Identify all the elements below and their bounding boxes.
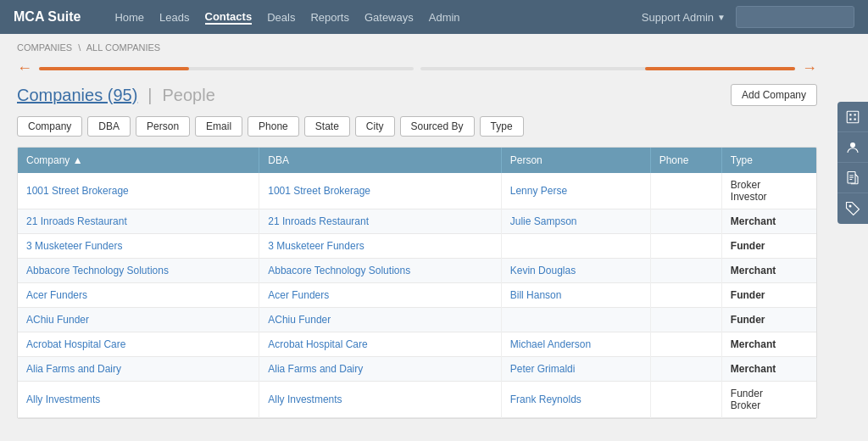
nav-contacts[interactable]: Contacts bbox=[205, 10, 253, 25]
filter-dba[interactable]: DBA bbox=[87, 116, 131, 137]
dba-name[interactable]: 1001 Street Brokerage bbox=[259, 173, 502, 209]
person-name[interactable]: Kevin Douglas bbox=[501, 259, 650, 283]
nav-reports[interactable]: Reports bbox=[310, 11, 349, 24]
breadcrumb-current[interactable]: ALL COMPANIES bbox=[86, 42, 160, 53]
nav-gateways[interactable]: Gateways bbox=[364, 11, 414, 24]
title-row: Companies (95) | People Add Company bbox=[17, 84, 817, 106]
dba-name[interactable]: Acer Funders bbox=[259, 283, 502, 308]
people-tab[interactable]: People bbox=[163, 86, 215, 105]
support-admin-menu[interactable]: Support Admin ▼ bbox=[642, 11, 726, 24]
sidebar-document-icon[interactable] bbox=[837, 163, 868, 193]
type-label: Funder bbox=[721, 308, 816, 332]
table-row: 1001 Street Brokerage 1001 Street Broker… bbox=[18, 173, 816, 209]
sidebar-tag-icon[interactable] bbox=[837, 193, 868, 224]
nav-home[interactable]: Home bbox=[114, 11, 144, 24]
caret-icon: ▼ bbox=[717, 13, 726, 22]
scroll-track-right bbox=[420, 67, 795, 70]
breadcrumb-separator: \ bbox=[78, 42, 81, 53]
type-label: BrokerInvestor bbox=[721, 173, 816, 209]
type-label: Funder bbox=[721, 283, 816, 308]
nav-deals[interactable]: Deals bbox=[267, 11, 295, 24]
main-area: COMPANIES \ ALL COMPANIES ← → Companies … bbox=[0, 34, 868, 419]
company-name[interactable]: Alia Farms and Dairy bbox=[18, 357, 259, 382]
col-type[interactable]: Type bbox=[721, 148, 816, 173]
company-name[interactable]: Acer Funders bbox=[18, 283, 259, 308]
phone-number bbox=[650, 357, 721, 382]
sidebar-person-icon[interactable] bbox=[837, 132, 868, 163]
scroll-indicator: ← → bbox=[17, 59, 817, 77]
phone-number bbox=[650, 234, 721, 259]
person-name[interactable]: Lenny Perse bbox=[501, 173, 650, 209]
table-row: 21 Inroads Restaurant 21 Inroads Restaur… bbox=[18, 209, 816, 234]
dba-name[interactable]: Abbacore Technology Solutions bbox=[259, 259, 502, 283]
nav-links: Home Leads Contacts Deals Reports Gatewa… bbox=[114, 10, 641, 25]
table-row: Abbacore Technology Solutions Abbacore T… bbox=[18, 259, 816, 283]
person-name[interactable] bbox=[501, 234, 650, 259]
nav-leads[interactable]: Leads bbox=[159, 11, 189, 24]
right-sidebar bbox=[837, 102, 868, 224]
scroll-right-arrow[interactable]: → bbox=[802, 59, 817, 77]
filter-state[interactable]: State bbox=[304, 116, 350, 137]
main-content: COMPANIES \ ALL COMPANIES ← → Companies … bbox=[17, 42, 817, 419]
svg-point-5 bbox=[850, 142, 855, 148]
breadcrumb-parent[interactable]: COMPANIES bbox=[17, 42, 72, 53]
company-name[interactable]: AChiu Funder bbox=[18, 308, 259, 332]
filter-email[interactable]: Email bbox=[195, 116, 242, 137]
person-name[interactable]: Peter Grimaldi bbox=[501, 357, 650, 382]
dba-name[interactable]: Acrobat Hospital Care bbox=[259, 332, 502, 357]
table-header-row: Company ▲ DBA Person Phone Type bbox=[18, 148, 816, 173]
companies-table-container: Company ▲ DBA Person Phone Type 1001 Str… bbox=[17, 147, 817, 419]
company-name[interactable]: 21 Inroads Restaurant bbox=[18, 209, 259, 234]
col-phone[interactable]: Phone bbox=[650, 148, 721, 173]
svg-rect-1 bbox=[849, 114, 851, 115]
person-name[interactable]: Julie Sampson bbox=[501, 209, 650, 234]
sidebar-building-icon[interactable] bbox=[837, 102, 868, 132]
person-name[interactable]: Frank Reynolds bbox=[501, 382, 650, 418]
brand-logo[interactable]: MCA Suite bbox=[14, 9, 81, 25]
scroll-fill-right bbox=[645, 67, 795, 70]
company-name[interactable]: Ally Investments bbox=[18, 382, 259, 418]
filter-person[interactable]: Person bbox=[136, 116, 190, 137]
person-name[interactable] bbox=[501, 308, 650, 332]
type-label: Merchant bbox=[721, 357, 816, 382]
phone-number bbox=[650, 209, 721, 234]
phone-number bbox=[650, 259, 721, 283]
company-name[interactable]: 1001 Street Brokerage bbox=[18, 173, 259, 209]
filter-phone[interactable]: Phone bbox=[248, 116, 299, 137]
page-title[interactable]: Companies (95) bbox=[17, 86, 137, 105]
table-row: Ally Investments Ally Investments Frank … bbox=[18, 382, 816, 418]
dba-name[interactable]: 21 Inroads Restaurant bbox=[259, 209, 502, 234]
search-input[interactable] bbox=[736, 6, 854, 28]
col-person[interactable]: Person bbox=[501, 148, 650, 173]
col-company[interactable]: Company ▲ bbox=[18, 148, 259, 173]
filter-type[interactable]: Type bbox=[480, 116, 524, 137]
dba-name[interactable]: Ally Investments bbox=[259, 382, 502, 418]
person-name[interactable]: Michael Anderson bbox=[501, 332, 650, 357]
svg-rect-2 bbox=[854, 114, 856, 115]
phone-number bbox=[650, 283, 721, 308]
table-row: Acer Funders Acer Funders Bill Hanson Fu… bbox=[18, 283, 816, 308]
scroll-fill-left bbox=[39, 67, 189, 70]
dba-name[interactable]: Alia Farms and Dairy bbox=[259, 357, 502, 382]
nav-admin[interactable]: Admin bbox=[429, 11, 460, 24]
company-name[interactable]: Acrobat Hospital Care bbox=[18, 332, 259, 357]
svg-rect-4 bbox=[854, 118, 856, 120]
table-row: Alia Farms and Dairy Alia Farms and Dair… bbox=[18, 357, 816, 382]
company-name[interactable]: Abbacore Technology Solutions bbox=[18, 259, 259, 283]
filter-row: Company DBA Person Email Phone State Cit… bbox=[17, 116, 817, 137]
person-name[interactable]: Bill Hanson bbox=[501, 283, 650, 308]
svg-rect-3 bbox=[849, 118, 851, 120]
type-label: FunderBroker bbox=[721, 382, 816, 418]
dba-name[interactable]: AChiu Funder bbox=[259, 308, 502, 332]
breadcrumb: COMPANIES \ ALL COMPANIES bbox=[17, 42, 817, 53]
phone-number bbox=[650, 332, 721, 357]
filter-city[interactable]: City bbox=[355, 116, 395, 137]
filter-company[interactable]: Company bbox=[17, 116, 82, 137]
company-name[interactable]: 3 Musketeer Funders bbox=[18, 234, 259, 259]
dba-name[interactable]: 3 Musketeer Funders bbox=[259, 234, 502, 259]
col-dba[interactable]: DBA bbox=[259, 148, 502, 173]
add-company-button[interactable]: Add Company bbox=[731, 84, 817, 106]
scroll-left-arrow[interactable]: ← bbox=[17, 59, 32, 77]
scroll-track-left bbox=[39, 67, 414, 70]
filter-sourced-by[interactable]: Sourced By bbox=[400, 116, 475, 137]
